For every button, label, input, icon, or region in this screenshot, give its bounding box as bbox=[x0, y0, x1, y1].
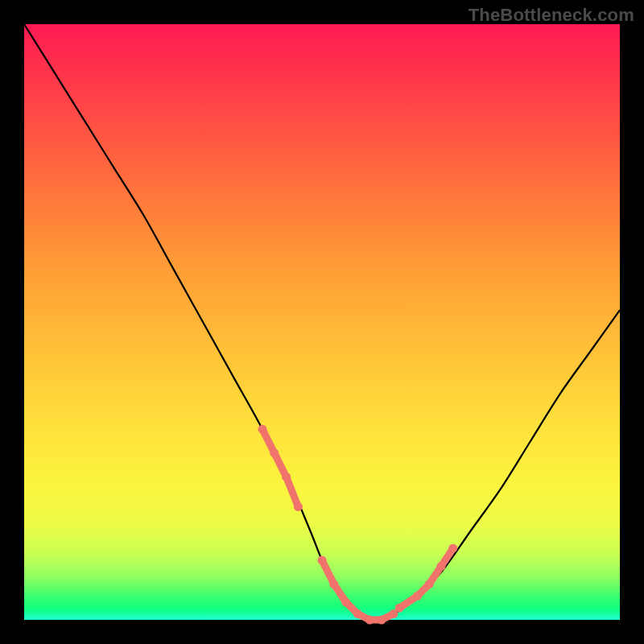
data-point bbox=[395, 604, 404, 613]
data-point bbox=[425, 580, 434, 588]
data-point bbox=[329, 580, 338, 588]
watermark-text: TheBottleneck.com bbox=[469, 5, 634, 26]
curve-svg bbox=[24, 24, 620, 620]
data-point bbox=[294, 502, 303, 511]
data-point bbox=[353, 609, 362, 618]
data-point bbox=[437, 562, 446, 571]
data-point bbox=[258, 425, 267, 434]
data-point bbox=[448, 544, 457, 553]
marker-run bbox=[262, 429, 298, 506]
data-point bbox=[282, 473, 291, 481]
highlighted-points bbox=[258, 425, 458, 625]
bottleneck-curve bbox=[24, 24, 620, 621]
data-point bbox=[318, 556, 327, 565]
marker-run bbox=[399, 548, 453, 608]
data-point bbox=[270, 448, 279, 457]
plot-area bbox=[24, 24, 620, 620]
chart-frame: TheBottleneck.com bbox=[0, 0, 644, 644]
data-point bbox=[413, 592, 422, 601]
data-point bbox=[341, 597, 350, 606]
data-point bbox=[378, 616, 386, 625]
data-point bbox=[365, 616, 374, 625]
